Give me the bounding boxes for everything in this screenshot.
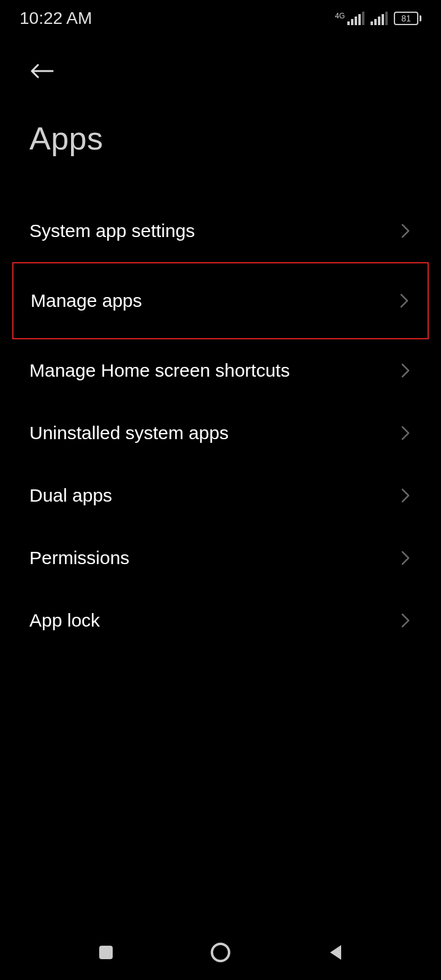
status-time: 10:22 AM [20, 9, 92, 28]
chevron-right-icon [399, 489, 412, 502]
chevron-right-icon [399, 552, 412, 564]
setting-item-manage-home-shortcuts[interactable]: Manage Home screen shortcuts [0, 339, 441, 402]
setting-label: Manage Home screen shortcuts [29, 360, 290, 381]
setting-item-system-app-settings[interactable]: System app settings [0, 200, 441, 262]
status-indicators: 4G 81 [335, 12, 421, 25]
recent-apps-button[interactable] [91, 937, 121, 968]
setting-item-dual-apps[interactable]: Dual apps [0, 464, 441, 527]
chevron-right-icon [399, 364, 412, 377]
back-nav-button[interactable] [320, 937, 350, 968]
signal-icon-1 [347, 12, 364, 25]
setting-label: System app settings [29, 221, 195, 241]
setting-label: Uninstalled system apps [29, 423, 228, 443]
settings-list: System app settings Manage apps Manage H… [0, 200, 441, 652]
home-button[interactable] [205, 937, 236, 968]
setting-label: Permissions [29, 548, 129, 568]
chevron-right-icon [398, 295, 410, 307]
battery-level: 81 [394, 12, 418, 25]
back-arrow-icon [29, 62, 54, 80]
page-title: Apps [29, 120, 412, 157]
svg-rect-0 [99, 946, 113, 959]
header: Apps [0, 34, 441, 169]
setting-item-app-lock[interactable]: App lock [0, 589, 441, 652]
chevron-right-icon [399, 427, 412, 439]
chevron-right-icon [399, 225, 412, 237]
setting-label: Manage apps [31, 290, 142, 311]
circle-icon [209, 941, 232, 963]
status-bar: 10:22 AM 4G 81 [0, 0, 441, 34]
triangle-left-icon [328, 944, 342, 961]
setting-item-uninstalled-system-apps[interactable]: Uninstalled system apps [0, 402, 441, 464]
square-icon [98, 944, 114, 960]
setting-label: Dual apps [29, 485, 112, 506]
setting-item-permissions[interactable]: Permissions [0, 527, 441, 589]
battery-icon: 81 [394, 12, 421, 25]
setting-item-manage-apps[interactable]: Manage apps [12, 262, 429, 339]
back-button[interactable] [29, 59, 54, 83]
chevron-right-icon [399, 614, 412, 627]
svg-point-1 [212, 944, 229, 961]
signal-icon-2 [371, 12, 388, 25]
network-type-label: 4G [335, 12, 345, 20]
navigation-bar [0, 925, 441, 980]
setting-label: App lock [29, 610, 100, 631]
